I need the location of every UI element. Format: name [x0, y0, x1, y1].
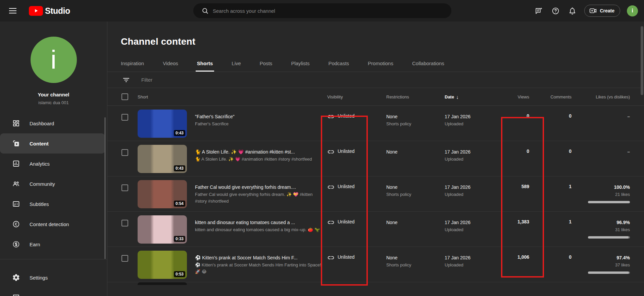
- select-all-checkbox[interactable]: [121, 93, 128, 100]
- notifications-icon[interactable]: [565, 4, 579, 17]
- column-header-likes[interactable]: Likes (vs dislikes): [581, 94, 644, 99]
- video-thumbnail[interactable]: 0:54: [138, 180, 187, 208]
- sidebar-item-label: Settings: [30, 275, 48, 281]
- sidebar-footer-nav: Settings Send feedback: [0, 267, 107, 296]
- next-row-sliver: [107, 282, 644, 285]
- table-row[interactable]: 0:53 ⚽ Kitten's prank at Soccer Match Se…: [107, 247, 644, 282]
- date-value: 17 Jan 2026: [445, 113, 495, 120]
- create-button[interactable]: Create: [584, 5, 620, 17]
- tab-shorts[interactable]: Shorts: [197, 56, 213, 72]
- video-description: Father's Sacrifice: [195, 121, 321, 127]
- tab-live[interactable]: Live: [232, 56, 241, 72]
- sidebar-item-content[interactable]: Content: [0, 133, 105, 154]
- date-value: 17 Jan 2026: [445, 219, 495, 226]
- search-input[interactable]: [213, 8, 414, 14]
- visibility-value: Unlisted: [338, 184, 355, 189]
- video-thumbnail[interactable]: 0:53: [138, 251, 187, 279]
- filter-row[interactable]: Filter: [107, 72, 644, 88]
- content-icon: [12, 139, 20, 147]
- tab-promotions[interactable]: Promotions: [368, 56, 393, 72]
- visibility-value: Unlisted: [338, 254, 355, 260]
- row-checkbox[interactable]: [121, 149, 128, 156]
- likes-percentage: 100.0%: [614, 184, 630, 191]
- column-header-restrictions[interactable]: Restrictions: [378, 94, 438, 99]
- video-title[interactable]: 🐈 A Stolen Life. ✨ 💗 #animation #kitten …: [195, 149, 321, 155]
- sidebar-scrollbar[interactable]: [104, 117, 106, 259]
- sidebar-item-settings[interactable]: Settings: [0, 267, 105, 288]
- sidebar-item-community[interactable]: Community: [0, 174, 105, 194]
- sidebar-item-earn[interactable]: Earn: [0, 234, 105, 254]
- comments-value: 1: [539, 212, 581, 247]
- sidebar-item-label: Send feedback: [30, 295, 63, 296]
- row-checkbox[interactable]: [121, 255, 128, 262]
- column-header-short[interactable]: Short: [138, 94, 195, 99]
- visibility-cell[interactable]: Unlisted: [327, 176, 378, 211]
- video-thumbnail[interactable]: 0:43: [138, 110, 187, 138]
- content-tabs: Inspiration Videos Shorts Live Posts Pla…: [107, 56, 644, 72]
- channel-avatar[interactable]: i: [31, 37, 77, 83]
- main-scrollbar[interactable]: [641, 26, 643, 95]
- column-header-views[interactable]: Views: [495, 94, 539, 99]
- channel-info: i Your channel islamic dua 001: [0, 22, 107, 105]
- sidebar-item-dashboard[interactable]: Dashboard: [0, 113, 105, 133]
- visibility-value: Unlisted: [338, 149, 355, 154]
- link-icon: [327, 254, 335, 261]
- tab-collaborations[interactable]: Collaborations: [412, 56, 444, 72]
- video-thumbnail[interactable]: 0:43: [138, 145, 187, 173]
- duration-badge: 0:43: [174, 130, 185, 136]
- restrictions-policy: Shorts policy: [386, 191, 438, 198]
- date-cell: 17 Jan 2026 Uploaded: [438, 141, 495, 176]
- duration-badge: 0:43: [174, 165, 185, 171]
- row-checkbox[interactable]: [121, 220, 128, 226]
- restrictions-value: None: [386, 184, 438, 191]
- column-header-date[interactable]: Date↓: [438, 94, 495, 100]
- channel-name: islamic dua 001: [0, 100, 107, 105]
- youtube-studio-app: Studio Create i: [0, 0, 644, 296]
- sidebar-item-label: Analytics: [30, 161, 50, 167]
- tab-posts[interactable]: Posts: [260, 56, 273, 72]
- likes-cell: –: [581, 141, 644, 176]
- likes-cell: –: [581, 106, 644, 141]
- sidebar-item-send-feedback[interactable]: Send feedback: [0, 288, 105, 296]
- sidebar-item-content-detection[interactable]: Content detection: [0, 214, 105, 234]
- visibility-cell[interactable]: Unlisted: [327, 212, 378, 247]
- restrictions-cell: None Shorts policy: [378, 106, 438, 141]
- visibility-cell[interactable]: Unlisted: [327, 141, 378, 176]
- visibility-cell[interactable]: Unlisted: [327, 247, 378, 282]
- tab-videos[interactable]: Videos: [163, 56, 178, 72]
- video-title[interactable]: kitten and dinosaur eating tomatoes caus…: [195, 219, 321, 226]
- channel-search-bar[interactable]: [193, 3, 451, 18]
- studio-logo[interactable]: Studio: [29, 6, 70, 16]
- filter-icon: [122, 76, 130, 84]
- video-thumbnail[interactable]: 0:33: [138, 215, 187, 244]
- settings-icon: [12, 273, 20, 282]
- feedback-sparkle-icon[interactable]: [532, 4, 545, 17]
- sidebar-item-subtitles[interactable]: Subtitles: [0, 194, 105, 214]
- video-title[interactable]: "Father's Sacrifice": [195, 113, 321, 120]
- tab-podcasts[interactable]: Podcasts: [328, 56, 349, 72]
- tab-inspiration[interactable]: Inspiration: [121, 56, 144, 72]
- help-icon[interactable]: [549, 4, 562, 17]
- column-header-comments[interactable]: Comments: [539, 94, 581, 99]
- table-row[interactable]: 0:54 Father Cal would give everything fo…: [107, 176, 644, 212]
- column-header-visibility[interactable]: Visibility: [327, 94, 378, 99]
- feedback-icon: [12, 294, 20, 296]
- row-checkbox[interactable]: [121, 114, 128, 121]
- visibility-cell[interactable]: Unlisted: [327, 106, 378, 141]
- account-avatar[interactable]: i: [627, 5, 638, 16]
- table-row[interactable]: 0:43 "Father's Sacrifice" Father's Sacri…: [107, 106, 644, 141]
- table-row[interactable]: 0:43 🐈 A Stolen Life. ✨ 💗 #animation #ki…: [107, 141, 644, 176]
- video-title[interactable]: ⚽ Kitten's prank at Soccer Match Sends H…: [195, 254, 321, 261]
- row-checkbox[interactable]: [121, 184, 128, 191]
- youtube-logo-icon: [29, 6, 43, 16]
- video-title[interactable]: Father Cal would give everything forhis …: [195, 184, 321, 191]
- hamburger-menu-icon[interactable]: [6, 4, 19, 17]
- views-value: 1,006: [495, 247, 539, 282]
- restrictions-value: None: [386, 254, 438, 261]
- sidebar-item-analytics[interactable]: Analytics: [0, 154, 105, 174]
- tab-playlists[interactable]: Playlists: [291, 56, 309, 72]
- table-body: 0:43 "Father's Sacrifice" Father's Sacri…: [107, 106, 644, 282]
- restrictions-policy: Shorts policy: [386, 262, 438, 268]
- table-row[interactable]: 0:33 kitten and dinosaur eating tomatoes…: [107, 212, 644, 247]
- likes-percentage: 96.9%: [616, 219, 630, 226]
